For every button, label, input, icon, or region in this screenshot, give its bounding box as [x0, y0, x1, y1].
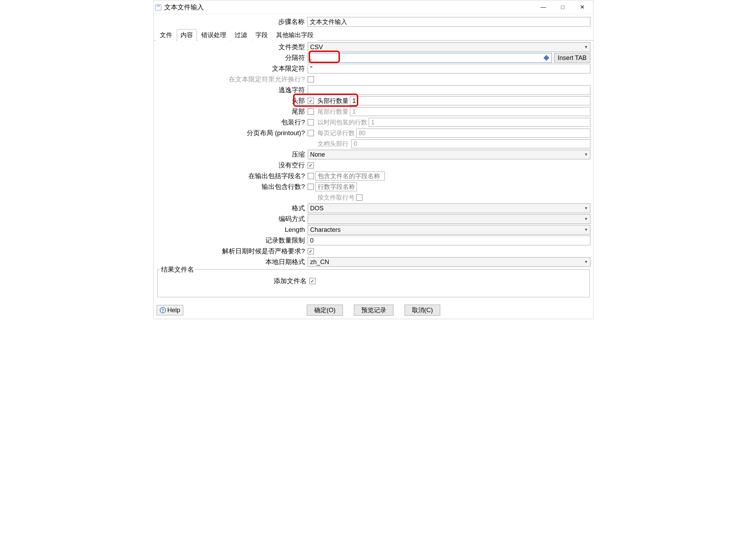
wrap-count-label: 以时间包装的行数	[315, 118, 367, 126]
footer-count-label: 尾部行数量	[315, 107, 349, 116]
window-controls: — □ ✕	[534, 1, 592, 14]
close-button[interactable]: ✕	[572, 1, 592, 14]
window-title: 文本文件输入	[164, 3, 534, 12]
tab-error[interactable]: 错误处理	[197, 29, 230, 41]
header-count-label: 头部行数量	[315, 97, 349, 105]
tab-file[interactable]: 文件	[156, 29, 176, 41]
encoding-label: 编码方式	[157, 215, 308, 224]
wrap-label: 包装行?	[157, 118, 308, 127]
inc-filename-fieldname-input[interactable]	[315, 172, 385, 181]
tab-filter[interactable]: 过滤	[231, 29, 251, 41]
tab-other[interactable]: 其他输出字段	[272, 29, 317, 41]
help-button[interactable]: ? Help	[157, 305, 183, 315]
inc-filename-label: 在输出包括字段名?	[157, 172, 308, 181]
result-filenames-group: 结果文件名 添加文件名 ✓	[157, 269, 590, 297]
insert-tab-button[interactable]: Insert TAB	[554, 53, 590, 63]
footer-label: 尾部	[157, 107, 308, 116]
header-checkbox[interactable]: ✓	[308, 98, 314, 104]
textqual-input[interactable]	[308, 64, 590, 73]
cancel-button[interactable]: 取消(C)	[405, 305, 440, 316]
add-filename-label: 添加文件名	[160, 277, 309, 286]
encoding-select[interactable]	[308, 214, 590, 224]
step-name-row: 步骤名称	[154, 14, 593, 29]
filetype-label: 文件类型	[157, 43, 308, 52]
footer-checkbox[interactable]	[308, 108, 314, 115]
help-icon: ?	[160, 307, 166, 313]
printout-checkbox[interactable]	[308, 130, 314, 136]
inc-rownum-label: 输出包含行数?	[157, 182, 308, 191]
wrap-checkbox[interactable]	[308, 119, 314, 125]
length-label: Length	[157, 226, 308, 234]
rownum-byfile-checkbox[interactable]	[356, 194, 362, 201]
escape-label: 逃逸字符	[157, 86, 308, 95]
strict-date-label: 解析日期时候是否严格要求?	[157, 247, 308, 256]
step-name-label: 步骤名称	[157, 17, 307, 26]
length-select[interactable]: Characters	[308, 225, 590, 235]
tab-fields[interactable]: 字段	[252, 29, 272, 41]
add-filename-checkbox[interactable]: ✓	[309, 278, 316, 284]
app-icon	[155, 4, 161, 10]
locale-select[interactable]: zh_CN	[308, 257, 590, 267]
noempty-checkbox[interactable]: ✓	[308, 162, 314, 168]
textqual-label: 文本限定符	[157, 64, 308, 73]
allow-newline-label: 在文本限定符里允许换行?	[157, 75, 308, 84]
result-filenames-legend: 结果文件名	[160, 265, 195, 274]
tab-content[interactable]: 内容	[177, 29, 197, 41]
separator-label: 分隔符	[157, 53, 308, 62]
compress-select[interactable]: None	[308, 150, 590, 159]
noempty-label: 没有空行	[157, 161, 308, 170]
compress-label: 压缩	[157, 150, 308, 159]
rownum-byfile-label: 按文件取行号	[315, 193, 355, 202]
step-name-input[interactable]	[307, 17, 590, 27]
filetype-select[interactable]: CSV	[308, 42, 590, 52]
wrap-count-input[interactable]	[369, 118, 590, 127]
format-label: 格式	[157, 204, 308, 213]
ok-button[interactable]: 确定(O)	[307, 305, 343, 316]
preview-button[interactable]: 预览记录	[354, 305, 394, 316]
inc-rownum-fieldname-input[interactable]	[315, 182, 357, 191]
doc-header-input[interactable]	[351, 139, 590, 148]
maximize-button[interactable]: □	[553, 1, 572, 14]
tab-bar: 文件 内容 错误处理 过滤 字段 其他输出字段	[154, 29, 593, 41]
minimize-button[interactable]: —	[534, 1, 553, 14]
format-select[interactable]: DOS	[308, 203, 590, 213]
header-count-input[interactable]	[350, 96, 590, 105]
dialog-button-bar: ? Help 确定(O) 预览记录 取消(C)	[154, 299, 593, 319]
title-bar: 文本文件输入 — □ ✕	[154, 0, 593, 14]
escape-input[interactable]	[308, 85, 590, 95]
inc-rownum-checkbox[interactable]	[308, 184, 314, 190]
inc-filename-checkbox[interactable]	[308, 173, 314, 179]
limit-input[interactable]	[308, 236, 590, 245]
dialog-window: 文本文件输入 — □ ✕ 步骤名称 文件 内容 错误处理 过滤 字段 其他输出字…	[153, 0, 594, 319]
content-tab-panel: 文件类型 CSV 分隔符 Insert TAB 文本限定符 在文本限定符里允许换…	[154, 41, 593, 299]
printout-label: 分页布局 (printout)?	[157, 129, 308, 138]
printout-count-input[interactable]	[356, 129, 590, 138]
limit-label: 记录数量限制	[157, 236, 308, 245]
allow-newline-checkbox[interactable]	[308, 76, 314, 82]
strict-date-checkbox[interactable]: ✓	[308, 248, 314, 254]
header-label: 头部	[157, 96, 308, 105]
printout-count-label: 每页记录行数	[315, 129, 355, 137]
doc-header-label: 文档头部行	[315, 140, 350, 148]
separator-input[interactable]	[308, 53, 552, 63]
footer-count-input[interactable]	[350, 107, 590, 116]
